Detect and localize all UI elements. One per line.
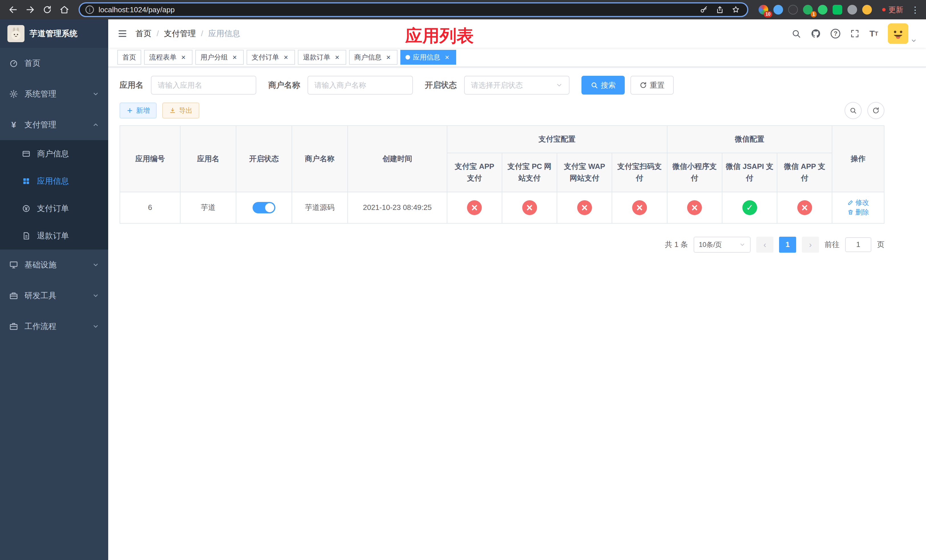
sidebar-item-pay-order[interactable]: 支付订单: [0, 195, 108, 222]
home-icon: [59, 5, 69, 15]
app-name-input[interactable]: [158, 81, 250, 90]
font-size-icon[interactable]: [869, 29, 878, 38]
page-number-1[interactable]: 1: [779, 237, 796, 253]
extension-icon-2[interactable]: [773, 5, 783, 15]
dashboard-icon: [9, 59, 18, 68]
prev-page-button[interactable]: [756, 237, 773, 253]
sidebar-item-workflow[interactable]: 工作流程: [0, 311, 108, 342]
reset-button[interactable]: 重置: [631, 76, 674, 95]
sidebar-item-infra[interactable]: 基础设施: [0, 250, 108, 280]
refresh-table-button[interactable]: [867, 102, 884, 119]
col-header-alipay-qr: 支付宝扫码支付: [612, 153, 667, 192]
bookmark-star-icon[interactable]: [731, 5, 740, 14]
logo[interactable]: 芋道管理系统: [0, 20, 108, 48]
grid-icon: [22, 177, 31, 186]
close-icon[interactable]: [231, 53, 239, 61]
add-button[interactable]: 新增: [120, 103, 157, 118]
close-icon[interactable]: [282, 53, 290, 61]
github-icon[interactable]: [811, 29, 821, 39]
refresh-icon: [872, 107, 879, 114]
sidebar-collapse-icon[interactable]: [117, 29, 127, 39]
browser-menu-icon[interactable]: [910, 5, 920, 15]
sidebar-item-refund-order[interactable]: 退款订单: [0, 222, 108, 250]
merchant-name-label: 商户名称: [268, 80, 300, 91]
col-header-alipay-wap: 支付宝 WAP 网站支付: [557, 153, 612, 192]
close-icon[interactable]: [384, 53, 392, 61]
sidebar-item-dev-tools[interactable]: 研发工具: [0, 280, 108, 311]
address-bar[interactable]: localhost:1024/pay/app: [79, 2, 748, 17]
alipay-wap-status-icon: [577, 200, 592, 215]
chevron-down-icon: [92, 323, 99, 330]
goto-page-input[interactable]: [845, 237, 872, 252]
tab-app-info[interactable]: 应用信息: [400, 50, 456, 65]
page-size-select[interactable]: 10条/页: [694, 237, 750, 253]
close-icon[interactable]: [443, 53, 451, 61]
app-table: 应用编号 应用名 开启状态 商户名称 创建时间 支付宝配置 微信配置 操作 支付…: [120, 125, 884, 224]
col-header-alipay-app: 支付宝 APP 支付: [447, 153, 502, 192]
extension-icon-6[interactable]: [832, 5, 842, 15]
trash-icon: [847, 209, 854, 215]
extensions-cluster: 10 1: [758, 5, 872, 15]
close-icon[interactable]: [333, 53, 341, 61]
tab-home[interactable]: 首页: [117, 50, 141, 65]
close-icon[interactable]: [179, 53, 188, 61]
col-header-create-time: 创建时间: [348, 126, 447, 192]
toggle-search-button[interactable]: [844, 102, 862, 119]
table-row: 6 芋道 芋道源码 2021-10-23 08:49:25: [120, 192, 884, 223]
status-select[interactable]: 请选择开启状态: [464, 76, 569, 95]
page-annotation: 应用列表: [405, 24, 474, 48]
sidebar-item-payment[interactable]: ¥ 支付管理: [0, 109, 108, 140]
col-group-wechat: 微信配置: [667, 126, 832, 153]
app-navbar: 首页 / 支付管理 / 应用信息 应用列表: [108, 20, 926, 48]
extensions-puzzle-icon[interactable]: [847, 5, 857, 15]
profile-avatar-icon[interactable]: [862, 5, 872, 15]
back-button[interactable]: [6, 2, 21, 17]
sidebar: 芋道管理系统 首页 系统管理: [0, 20, 108, 560]
search-icon[interactable]: [791, 29, 801, 38]
tab-user-group[interactable]: 用户分组: [195, 50, 244, 65]
cell-actions: 修改 删除: [832, 192, 884, 223]
help-icon[interactable]: [831, 29, 840, 38]
edit-link[interactable]: 修改: [847, 198, 869, 207]
merchant-name-input[interactable]: [314, 81, 406, 90]
extension-icon-4[interactable]: 1: [803, 5, 813, 15]
home-button[interactable]: [57, 2, 72, 17]
sidebar-item-app-info[interactable]: 应用信息: [0, 168, 108, 195]
chevron-down-icon: [556, 82, 563, 89]
breadcrumb-payment[interactable]: 支付管理: [164, 28, 196, 39]
wx-app-status-icon: [797, 200, 812, 215]
tab-pay-order[interactable]: 支付订单: [247, 50, 295, 65]
extension-icon-3[interactable]: [788, 5, 798, 15]
alipay-pc-status-icon: [522, 200, 537, 215]
search-button[interactable]: 搜索: [581, 76, 625, 95]
browser-update-button[interactable]: 更新: [878, 5, 908, 15]
url-text[interactable]: localhost:1024/pay/app: [98, 5, 695, 14]
tab-merchant-info[interactable]: 商户信息: [349, 50, 398, 65]
next-page-button[interactable]: [802, 237, 819, 253]
password-key-icon[interactable]: [699, 5, 708, 14]
forward-button[interactable]: [23, 2, 38, 17]
tab-process-form[interactable]: 流程表单: [144, 50, 192, 65]
fullscreen-icon[interactable]: [850, 29, 859, 38]
breadcrumb-home[interactable]: 首页: [136, 28, 151, 39]
sidebar-item-system[interactable]: 系统管理: [0, 79, 108, 109]
extension-icon-5[interactable]: [818, 5, 828, 15]
forward-icon: [25, 5, 35, 15]
tab-refund-order[interactable]: 退款订单: [298, 50, 346, 65]
reload-button[interactable]: [40, 2, 54, 17]
share-icon[interactable]: [715, 5, 725, 14]
delete-link[interactable]: 删除: [847, 207, 869, 217]
cell-merchant: 芋道源码: [292, 192, 348, 223]
sidebar-item-home[interactable]: 首页: [0, 48, 108, 79]
sidebar-item-merchant-info[interactable]: 商户信息: [0, 140, 108, 168]
status-toggle[interactable]: [253, 202, 275, 213]
user-menu[interactable]: [888, 23, 917, 44]
alipay-app-status-icon: [467, 200, 482, 215]
extension-icon-1[interactable]: 10: [758, 5, 768, 15]
export-button[interactable]: 导出: [162, 103, 199, 118]
chevron-up-icon: [92, 121, 99, 128]
gear-icon: [9, 89, 18, 98]
logo-avatar: [8, 25, 24, 42]
site-info-icon[interactable]: [85, 5, 94, 14]
update-label: 更新: [888, 5, 903, 15]
